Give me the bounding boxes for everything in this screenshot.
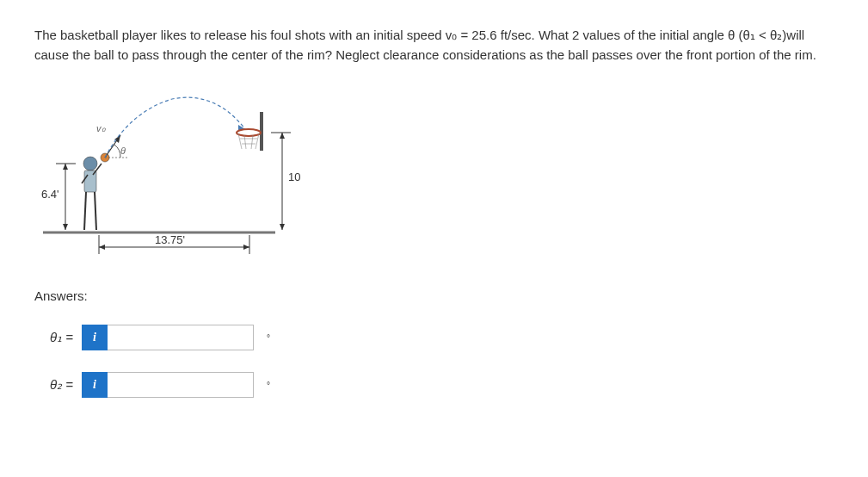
info-button-theta1[interactable]: i <box>82 325 108 350</box>
theta1-label: θ₁ = <box>34 330 82 345</box>
release-height-label: 6.4' <box>41 188 59 201</box>
svg-marker-26 <box>243 245 249 250</box>
answers-title: Answers: <box>34 288 834 303</box>
svg-line-4 <box>95 192 96 230</box>
svg-line-3 <box>84 192 86 230</box>
theta2-input[interactable] <box>108 372 254 398</box>
theta2-unit: ° <box>267 381 270 390</box>
theta-label: θ <box>120 146 126 156</box>
svg-marker-10 <box>63 164 68 170</box>
svg-point-17 <box>237 129 261 136</box>
problem-diagram: 6.4' v₀ θ 10' 13.75' <box>34 82 301 263</box>
svg-marker-21 <box>280 224 285 230</box>
horizontal-distance-label: 13.75' <box>155 233 185 246</box>
svg-point-1 <box>83 157 97 170</box>
theta1-input[interactable] <box>108 325 254 350</box>
theta1-row: θ₁ = i ° <box>34 325 834 350</box>
svg-marker-11 <box>63 224 68 230</box>
theta1-unit: ° <box>267 333 270 343</box>
info-button-theta2[interactable]: i <box>82 372 108 398</box>
answers-section: Answers: θ₁ = i ° θ₂ = i ° <box>34 288 834 398</box>
problem-statement: The basketball player likes to release h… <box>34 26 834 65</box>
svg-marker-25 <box>99 245 105 250</box>
theta2-label: θ₂ = <box>34 377 82 393</box>
theta2-row: θ₂ = i ° <box>34 372 834 398</box>
svg-marker-20 <box>280 133 285 139</box>
v0-label: v₀ <box>96 123 106 133</box>
rim-height-label: 10' <box>288 170 301 183</box>
